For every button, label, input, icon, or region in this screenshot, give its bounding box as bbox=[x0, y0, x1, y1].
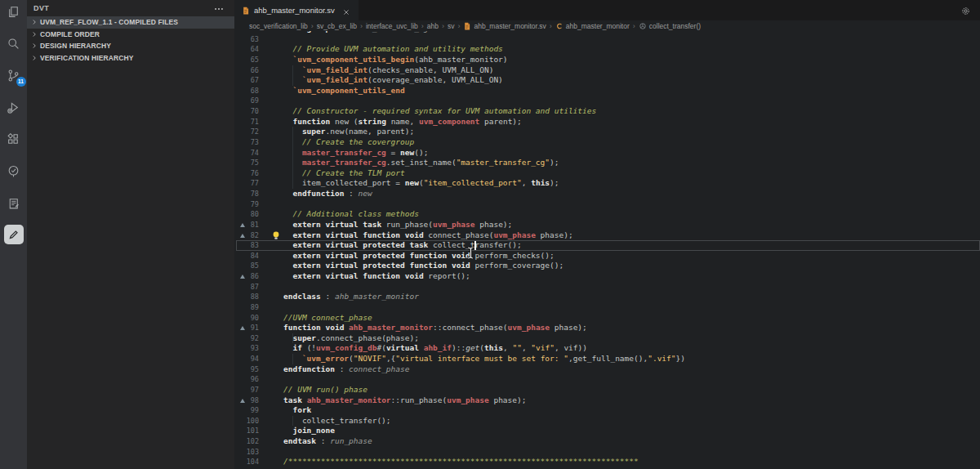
code-line-65[interactable]: 65 `uvm_component_utils_begin(ahb_master… bbox=[234, 55, 980, 65]
chevron-right-icon[interactable] bbox=[30, 18, 38, 26]
code-line-84[interactable]: 84 extern virtual protected function voi… bbox=[234, 251, 980, 261]
code-line-92[interactable]: 92 super.connect_phase(phase); bbox=[234, 333, 980, 344]
code-line-68[interactable]: 68 `uvm_component_utils_end bbox=[234, 86, 980, 96]
lightbulb-icon[interactable] bbox=[272, 231, 280, 240]
code-line-100[interactable]: 100 collect_transfer(); bbox=[234, 416, 980, 427]
code-line-102[interactable]: 102endtask : run_phase bbox=[234, 436, 980, 447]
tab-ahb-master-monitor-sv[interactable]: ahb_master_monitor.sv bbox=[234, 0, 359, 20]
code-text[interactable]: fork bbox=[283, 405, 311, 416]
code-text[interactable]: task ahb_master_monitor::run_phase(uvm_p… bbox=[283, 395, 526, 406]
code-text[interactable]: super.new(name, parent); bbox=[283, 127, 414, 137]
activity-dvt-pencil-icon[interactable] bbox=[4, 225, 24, 244]
code-text[interactable]: // Create the covergroup bbox=[283, 137, 414, 148]
code-line-79[interactable]: 79 bbox=[234, 199, 980, 210]
code-line-94[interactable]: 94 `uvm_error("NOVIF",{"virtual interfac… bbox=[234, 354, 980, 364]
code-text[interactable]: if (!uvm_config_db#(virtual ahb_if)::get… bbox=[283, 343, 587, 354]
code-text[interactable]: // Constructor - required syntax for UVM… bbox=[283, 106, 596, 117]
chevron-right-icon[interactable] bbox=[30, 30, 38, 38]
code-text[interactable]: // Create the TLM port bbox=[283, 168, 405, 179]
code-line-69[interactable]: 69 bbox=[234, 96, 980, 106]
close-icon[interactable] bbox=[341, 6, 351, 16]
code-text[interactable]: function void ahb_master_monitor::connec… bbox=[283, 323, 587, 333]
code-line-71[interactable]: 71 function new (string name, uvm_compon… bbox=[234, 117, 980, 127]
code-line-75[interactable]: 75 master_transfer_cg.set_inst_name("mas… bbox=[234, 158, 980, 168]
sidebar-item-compile-order[interactable]: COMPILE ORDER bbox=[27, 29, 234, 41]
code-text[interactable]: endfunction : new bbox=[283, 189, 372, 199]
code-line-88[interactable]: 88endclass : ahb_master_monitor bbox=[234, 292, 980, 302]
sidebar-item-design-hierarchy[interactable]: DESIGN HIERARCHY bbox=[27, 40, 234, 52]
activity-build-clipboard-icon[interactable] bbox=[4, 193, 24, 212]
code-line-85[interactable]: 85 extern virtual protected function voi… bbox=[234, 261, 980, 271]
code-line-90[interactable]: 90//UVM connect_phase bbox=[234, 313, 980, 324]
code-line-76[interactable]: 76 // Create the TLM port bbox=[234, 168, 980, 179]
code-line-97[interactable]: 97// UVM run() phase bbox=[234, 385, 980, 395]
code-text[interactable]: `uvm_component_utils_begin(ahb_master_mo… bbox=[283, 55, 508, 65]
activity-verify-circle-check-icon[interactable] bbox=[4, 161, 24, 181]
breadcrumb-item[interactable]: sv_cb_ex_lib bbox=[317, 22, 357, 30]
code-text[interactable]: `uvm_error("NOVIF",{"virtual interface m… bbox=[283, 354, 685, 364]
breadcrumb-item[interactable]: soc_verification_lib bbox=[249, 22, 308, 30]
code-editor[interactable]: 62 endgroup : master_transfer_cg6364 // … bbox=[234, 31, 980, 469]
code-text[interactable]: endclass : ahb_master_monitor bbox=[283, 292, 419, 302]
code-line-98[interactable]: 98task ahb_master_monitor::run_phase(uvm… bbox=[234, 395, 980, 406]
code-line-70[interactable]: 70 // Constructor - required syntax for … bbox=[234, 106, 980, 117]
activity-extensions-icon[interactable] bbox=[4, 129, 24, 149]
code-text[interactable]: // Provide UVM automation and utility me… bbox=[283, 44, 503, 55]
activity-source-control-icon[interactable]: 11 bbox=[4, 65, 24, 85]
code-text[interactable]: extern virtual function void connect_pha… bbox=[283, 230, 573, 241]
breadcrumb-item[interactable]: ahb_master_monitor bbox=[566, 22, 630, 30]
code-text[interactable]: /***************************************… bbox=[283, 457, 639, 467]
code-line-67[interactable]: 67 `uvm_field_int(coverage_enable, UVM_A… bbox=[234, 75, 980, 86]
chevron-right-icon[interactable] bbox=[30, 42, 38, 50]
code-text[interactable]: `uvm_field_int(checks_enable, UVM_ALL_ON… bbox=[283, 65, 493, 76]
code-text[interactable]: `uvm_field_int(coverage_enable, UVM_ALL_… bbox=[283, 75, 503, 86]
breadcrumb-item[interactable]: ahb bbox=[427, 22, 439, 30]
code-text[interactable]: // UVM run() phase bbox=[283, 385, 368, 395]
code-text[interactable]: collect_transfer(); bbox=[283, 416, 391, 427]
extern-link-marker-icon[interactable] bbox=[240, 275, 245, 279]
code-text[interactable]: endfunction : connect_phase bbox=[283, 364, 409, 375]
code-line-63[interactable]: 63 bbox=[234, 34, 980, 45]
extern-link-marker-icon[interactable] bbox=[240, 234, 245, 238]
chevron-right-icon[interactable] bbox=[30, 54, 38, 62]
extern-link-marker-icon[interactable] bbox=[240, 223, 245, 227]
code-line-101[interactable]: 101 join_none bbox=[234, 426, 980, 436]
code-line-81[interactable]: 81 extern virtual task run_phase(uvm_pha… bbox=[234, 220, 980, 230]
sidebar-item-verification-hierarchy[interactable]: VERIFICATION HIERARCHY bbox=[27, 52, 234, 65]
code-line-82[interactable]: 82 extern virtual function void connect_… bbox=[234, 230, 980, 241]
code-line-80[interactable]: 80 // Additional class methods bbox=[234, 209, 980, 220]
breadcrumb-item[interactable]: sv bbox=[448, 22, 455, 30]
code-line-74[interactable]: 74 master_transfer_cg = new(); bbox=[234, 148, 980, 159]
code-line-103[interactable]: 103 bbox=[234, 447, 980, 458]
code-text[interactable]: extern virtual protected function void p… bbox=[283, 261, 564, 271]
code-line-66[interactable]: 66 `uvm_field_int(checks_enable, UVM_ALL… bbox=[234, 65, 980, 76]
code-line-91[interactable]: 91function void ahb_master_monitor::conn… bbox=[234, 323, 980, 333]
breadcrumb-item[interactable]: interface_uvc_lib bbox=[366, 22, 418, 30]
code-line-86[interactable]: 86 extern virtual function void report()… bbox=[234, 271, 980, 282]
activity-files-icon[interactable] bbox=[4, 2, 24, 21]
code-line-96[interactable]: 96 bbox=[234, 374, 980, 385]
code-line-83[interactable]: 83 extern virtual protected task collect… bbox=[234, 240, 980, 251]
breadcrumb-item[interactable]: collect_transfer() bbox=[649, 22, 701, 30]
code-text[interactable]: extern virtual protected function void p… bbox=[283, 251, 555, 261]
code-text[interactable]: function new (string name, uvm_component… bbox=[283, 117, 522, 127]
extern-link-marker-icon[interactable] bbox=[240, 326, 245, 330]
extern-link-marker-icon[interactable] bbox=[240, 399, 245, 403]
code-line-89[interactable]: 89 bbox=[234, 302, 980, 313]
code-line-78[interactable]: 78 endfunction : new bbox=[234, 189, 980, 199]
code-text[interactable]: join_none bbox=[283, 426, 335, 436]
code-line-64[interactable]: 64 // Provide UVM automation and utility… bbox=[234, 44, 980, 55]
code-text[interactable]: master_transfer_cg = new(); bbox=[283, 148, 428, 159]
activity-run-debug-icon[interactable] bbox=[4, 97, 24, 117]
code-text[interactable]: //UVM connect_phase bbox=[283, 313, 372, 324]
code-text[interactable]: extern virtual protected task collect_tr… bbox=[283, 240, 522, 251]
gear-icon[interactable] bbox=[960, 5, 971, 16]
code-text[interactable]: // Additional class methods bbox=[283, 209, 419, 220]
breadcrumb-item[interactable]: ahb_master_monitor.sv bbox=[474, 22, 546, 30]
code-text[interactable]: extern virtual task run_phase(uvm_phase … bbox=[283, 220, 512, 230]
code-text[interactable]: extern virtual function void report(); bbox=[283, 271, 470, 282]
code-text[interactable]: `uvm_component_utils_end bbox=[283, 86, 405, 96]
code-line-72[interactable]: 72 super.new(name, parent); bbox=[234, 127, 980, 137]
code-text[interactable]: master_transfer_cg.set_inst_name("master… bbox=[283, 158, 559, 168]
sidebar-item-uvm-ref-flow-1-1-compiled-files[interactable]: UVM_REF_FLOW_1.1 - COMPILED FILES bbox=[27, 16, 234, 29]
